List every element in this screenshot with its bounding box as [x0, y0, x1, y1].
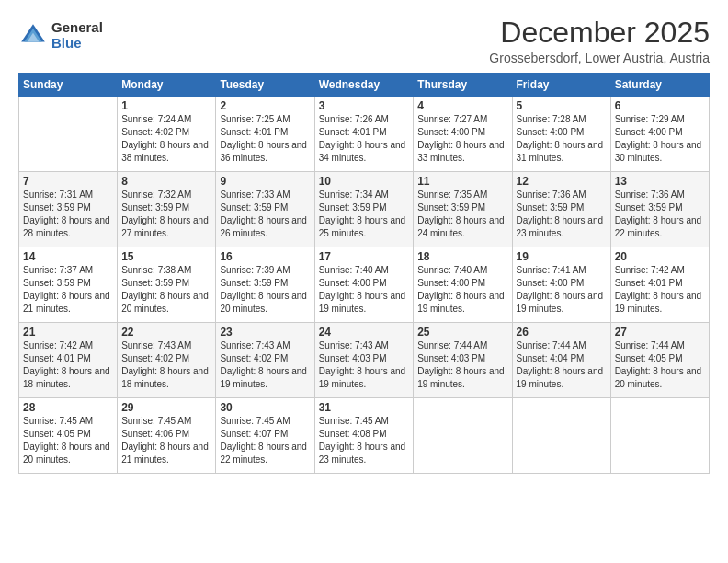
month-title: December 2025 [489, 17, 710, 49]
day-cell [414, 398, 512, 474]
day-number: 3 [319, 99, 410, 112]
day-cell [19, 97, 118, 172]
day-cell: 15 Sunrise: 7:38 AMSunset: 3:59 PMDaylig… [118, 247, 216, 323]
day-cell: 7 Sunrise: 7:31 AMSunset: 3:59 PMDayligh… [19, 172, 118, 247]
day-cell: 11 Sunrise: 7:35 AMSunset: 3:59 PMDaylig… [414, 172, 512, 247]
day-cell: 16 Sunrise: 7:39 AMSunset: 3:59 PMDaylig… [216, 247, 314, 323]
day-number: 19 [517, 250, 607, 263]
day-cell: 31 Sunrise: 7:45 AMSunset: 4:08 PMDaylig… [314, 398, 414, 474]
week-row-1: 1 Sunrise: 7:24 AMSunset: 4:02 PMDayligh… [19, 97, 710, 172]
col-header-wednesday: Wednesday [314, 74, 414, 97]
day-info: Sunrise: 7:38 AMSunset: 3:59 PMDaylight:… [121, 265, 209, 314]
day-number: 17 [319, 250, 410, 263]
calendar-header-row: SundayMondayTuesdayWednesdayThursdayFrid… [19, 74, 710, 97]
day-cell: 19 Sunrise: 7:41 AMSunset: 4:00 PMDaylig… [512, 247, 610, 323]
col-header-friday: Friday [512, 74, 610, 97]
logo: General Blue [18, 20, 103, 51]
day-cell: 10 Sunrise: 7:34 AMSunset: 3:59 PMDaylig… [314, 172, 414, 247]
day-info: Sunrise: 7:40 AMSunset: 4:00 PMDaylight:… [319, 265, 406, 314]
day-info: Sunrise: 7:43 AMSunset: 4:03 PMDaylight:… [319, 340, 406, 389]
day-cell: 9 Sunrise: 7:33 AMSunset: 3:59 PMDayligh… [216, 172, 314, 247]
title-section: December 2025 Grossebersdorf, Lower Aust… [489, 17, 710, 65]
day-cell [610, 398, 709, 474]
day-cell: 25 Sunrise: 7:44 AMSunset: 4:03 PMDaylig… [414, 323, 512, 398]
day-info: Sunrise: 7:45 AMSunset: 4:07 PMDaylight:… [220, 416, 307, 465]
day-cell: 1 Sunrise: 7:24 AMSunset: 4:02 PMDayligh… [118, 97, 216, 172]
day-number: 6 [615, 99, 705, 112]
logo-blue-text: Blue [51, 36, 103, 52]
day-cell: 14 Sunrise: 7:37 AMSunset: 3:59 PMDaylig… [19, 247, 118, 323]
col-header-sunday: Sunday [19, 74, 118, 97]
day-info: Sunrise: 7:45 AMSunset: 4:08 PMDaylight:… [319, 416, 406, 465]
day-info: Sunrise: 7:31 AMSunset: 3:59 PMDaylight:… [23, 190, 110, 238]
day-number: 31 [319, 401, 410, 414]
day-number: 9 [220, 175, 310, 188]
day-number: 22 [121, 326, 211, 339]
day-info: Sunrise: 7:39 AMSunset: 3:59 PMDaylight:… [220, 265, 307, 314]
day-number: 24 [319, 326, 410, 339]
day-number: 23 [220, 326, 310, 339]
day-info: Sunrise: 7:43 AMSunset: 4:02 PMDaylight:… [220, 340, 307, 389]
day-cell: 18 Sunrise: 7:40 AMSunset: 4:00 PMDaylig… [414, 247, 512, 323]
day-info: Sunrise: 7:36 AMSunset: 3:59 PMDaylight:… [615, 190, 702, 238]
day-info: Sunrise: 7:44 AMSunset: 4:03 PMDaylight:… [417, 340, 505, 389]
day-info: Sunrise: 7:26 AMSunset: 4:01 PMDaylight:… [319, 114, 406, 163]
day-cell: 8 Sunrise: 7:32 AMSunset: 3:59 PMDayligh… [118, 172, 216, 247]
day-number: 14 [23, 250, 113, 263]
day-info: Sunrise: 7:45 AMSunset: 4:06 PMDaylight:… [121, 416, 209, 465]
day-cell: 21 Sunrise: 7:42 AMSunset: 4:01 PMDaylig… [19, 323, 118, 398]
col-header-thursday: Thursday [414, 74, 512, 97]
col-header-monday: Monday [118, 74, 216, 97]
day-number: 30 [220, 401, 310, 414]
week-row-3: 14 Sunrise: 7:37 AMSunset: 3:59 PMDaylig… [19, 247, 710, 323]
day-number: 25 [417, 326, 507, 339]
week-row-5: 28 Sunrise: 7:45 AMSunset: 4:05 PMDaylig… [19, 398, 710, 474]
day-cell: 17 Sunrise: 7:40 AMSunset: 4:00 PMDaylig… [314, 247, 414, 323]
col-header-saturday: Saturday [610, 74, 709, 97]
page: General Blue December 2025 Grossebersdor… [0, 0, 728, 563]
day-number: 1 [121, 99, 211, 112]
day-number: 12 [517, 175, 607, 188]
day-cell: 20 Sunrise: 7:42 AMSunset: 4:01 PMDaylig… [610, 247, 709, 323]
header: General Blue December 2025 Grossebersdor… [18, 17, 710, 65]
day-cell: 6 Sunrise: 7:29 AMSunset: 4:00 PMDayligh… [610, 97, 709, 172]
week-row-2: 7 Sunrise: 7:31 AMSunset: 3:59 PMDayligh… [19, 172, 710, 247]
day-info: Sunrise: 7:42 AMSunset: 4:01 PMDaylight:… [23, 340, 110, 389]
day-cell: 22 Sunrise: 7:43 AMSunset: 4:02 PMDaylig… [118, 323, 216, 398]
day-number: 28 [23, 401, 113, 414]
day-number: 5 [517, 99, 607, 112]
calendar-table: SundayMondayTuesdayWednesdayThursdayFrid… [18, 73, 710, 474]
day-info: Sunrise: 7:42 AMSunset: 4:01 PMDaylight:… [615, 265, 702, 314]
day-info: Sunrise: 7:43 AMSunset: 4:02 PMDaylight:… [121, 340, 209, 389]
day-info: Sunrise: 7:41 AMSunset: 4:00 PMDaylight:… [517, 265, 604, 314]
col-header-tuesday: Tuesday [216, 74, 314, 97]
day-number: 8 [121, 175, 211, 188]
location: Grossebersdorf, Lower Austria, Austria [489, 51, 710, 65]
day-number: 10 [319, 175, 410, 188]
day-number: 29 [121, 401, 211, 414]
day-info: Sunrise: 7:25 AMSunset: 4:01 PMDaylight:… [220, 114, 307, 163]
day-number: 18 [417, 250, 507, 263]
day-info: Sunrise: 7:36 AMSunset: 3:59 PMDaylight:… [517, 190, 604, 238]
day-info: Sunrise: 7:27 AMSunset: 4:00 PMDaylight:… [417, 114, 505, 163]
logo-general-text: General [51, 20, 103, 36]
day-number: 16 [220, 250, 310, 263]
day-info: Sunrise: 7:35 AMSunset: 3:59 PMDaylight:… [417, 190, 505, 238]
day-cell: 24 Sunrise: 7:43 AMSunset: 4:03 PMDaylig… [314, 323, 414, 398]
day-cell: 12 Sunrise: 7:36 AMSunset: 3:59 PMDaylig… [512, 172, 610, 247]
day-number: 2 [220, 99, 310, 112]
day-info: Sunrise: 7:33 AMSunset: 3:59 PMDaylight:… [220, 190, 307, 238]
day-cell [512, 398, 610, 474]
logo-text: General Blue [51, 20, 103, 51]
day-info: Sunrise: 7:44 AMSunset: 4:05 PMDaylight:… [615, 340, 702, 389]
day-cell: 27 Sunrise: 7:44 AMSunset: 4:05 PMDaylig… [610, 323, 709, 398]
day-info: Sunrise: 7:28 AMSunset: 4:00 PMDaylight:… [517, 114, 604, 163]
day-info: Sunrise: 7:44 AMSunset: 4:04 PMDaylight:… [517, 340, 604, 389]
day-number: 11 [417, 175, 507, 188]
day-info: Sunrise: 7:37 AMSunset: 3:59 PMDaylight:… [23, 265, 110, 314]
day-cell: 13 Sunrise: 7:36 AMSunset: 3:59 PMDaylig… [610, 172, 709, 247]
day-number: 21 [23, 326, 113, 339]
day-number: 4 [417, 99, 507, 112]
day-number: 27 [615, 326, 705, 339]
day-cell: 3 Sunrise: 7:26 AMSunset: 4:01 PMDayligh… [314, 97, 414, 172]
